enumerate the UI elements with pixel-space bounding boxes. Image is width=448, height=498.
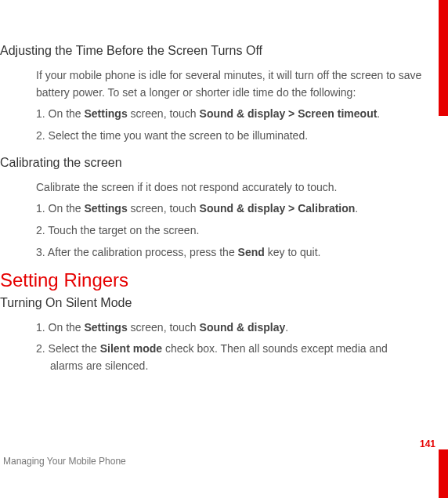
bold-calibration: Calibration xyxy=(298,202,355,215)
step-1-silent-mode: 1. On the Settings screen, touch Sound &… xyxy=(0,319,429,337)
bold-settings: Settings xyxy=(84,107,127,120)
text: screen, touch xyxy=(128,107,200,120)
bold-sound-display: Sound & display xyxy=(200,107,286,120)
intro-adjusting-time: If your mobile phone is idle for several… xyxy=(0,67,429,101)
text: 1. On the xyxy=(36,321,84,334)
page-content: Adjusting the Time Before the Screen Tur… xyxy=(0,0,448,375)
step-1-screen-timeout: 1. On the Settings screen, touch Sound &… xyxy=(0,106,429,123)
text-continuation: alarms are silenced. xyxy=(36,358,429,375)
text: . xyxy=(377,107,380,120)
step-2-touch-target: 2. Touch the target on the screen. xyxy=(0,222,429,240)
text: key to quit. xyxy=(265,246,321,258)
text: screen, touch xyxy=(128,321,200,334)
bold-sound-display: Sound & display xyxy=(200,202,286,215)
step-3-press-send: 3. After the calibration process, press … xyxy=(0,244,429,262)
heading-setting-ringers: Setting Ringers xyxy=(0,269,429,291)
intro-calibrating: Calibrate the screen if it does not resp… xyxy=(0,179,429,197)
bold-screen-timeout: Screen timeout xyxy=(298,107,377,120)
bold-sound-display: Sound & display xyxy=(200,321,286,334)
bold-silent-mode: Silent mode xyxy=(100,342,162,355)
step-2-select-time: 2. Select the time you want the screen t… xyxy=(0,128,429,145)
heading-calibrating: Calibrating the screen xyxy=(0,156,429,170)
page-number: 141 xyxy=(420,438,435,449)
red-tab-top xyxy=(439,0,448,116)
text: check box. Then all sounds except media … xyxy=(162,342,388,355)
step-2-silent-mode: 2. Select the Silent mode check box. The… xyxy=(0,341,429,374)
heading-adjusting-time: Adjusting the Time Before the Screen Tur… xyxy=(0,44,429,58)
step-1-calibration: 1. On the Settings screen, touch Sound &… xyxy=(0,200,429,218)
text: . xyxy=(285,321,288,334)
bold-gt: > xyxy=(285,202,298,215)
text: screen, touch xyxy=(128,202,200,215)
bold-settings: Settings xyxy=(84,202,127,215)
text: 2. Select the xyxy=(36,342,100,355)
footer-text: Managing Your Mobile Phone xyxy=(3,456,126,467)
heading-silent-mode: Turning On Silent Mode xyxy=(0,296,429,310)
bold-settings: Settings xyxy=(84,321,127,334)
text: . xyxy=(355,202,358,215)
red-tab-bottom xyxy=(439,449,448,498)
bold-send: Send xyxy=(238,246,265,258)
bold-gt: > xyxy=(285,107,298,120)
text: 3. After the calibration process, press … xyxy=(36,246,238,258)
text: 1. On the xyxy=(36,202,84,215)
text: 1. On the xyxy=(36,107,84,120)
